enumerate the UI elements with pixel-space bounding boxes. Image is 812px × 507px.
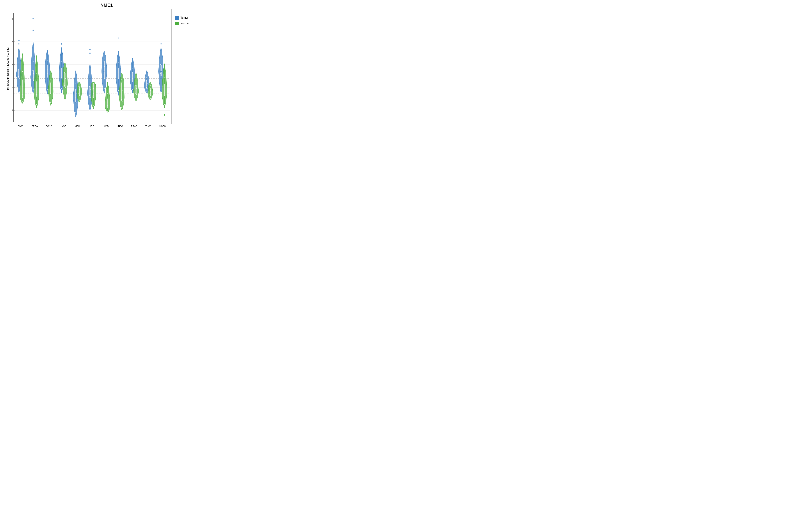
x-label-prad: PRAD <box>127 125 141 127</box>
svg-rect-276 <box>147 70 148 71</box>
svg-rect-228 <box>121 110 122 111</box>
svg-rect-155 <box>89 87 91 98</box>
x-label-hnsc: HNSC <box>56 125 70 127</box>
svg-rect-248 <box>132 68 133 68</box>
svg-rect-17 <box>18 69 19 78</box>
svg-rect-231 <box>121 99 122 100</box>
svg-rect-195 <box>104 58 105 58</box>
svg-rect-230 <box>122 101 122 102</box>
svg-rect-222 <box>118 62 119 63</box>
svg-rect-193 <box>104 66 105 67</box>
svg-text:12: 12 <box>12 63 13 66</box>
svg-rect-140 <box>75 83 76 84</box>
svg-rect-124 <box>65 83 65 84</box>
svg-rect-146 <box>79 102 79 103</box>
svg-rect-99 <box>50 82 51 83</box>
svg-rect-161 <box>89 110 90 111</box>
svg-rect-241 <box>132 93 133 94</box>
svg-rect-180 <box>93 88 94 89</box>
svg-rect-194 <box>104 61 104 61</box>
svg-rect-137 <box>75 98 76 98</box>
svg-rect-97 <box>50 92 51 93</box>
svg-text:16: 16 <box>12 17 13 20</box>
svg-rect-221 <box>118 68 118 68</box>
svg-rect-123 <box>64 86 65 86</box>
svg-rect-176 <box>93 105 94 106</box>
svg-rect-25 <box>19 78 19 78</box>
svg-rect-98 <box>51 87 51 88</box>
svg-text:14: 14 <box>12 40 13 43</box>
svg-rect-255 <box>136 99 136 100</box>
svg-rect-73 <box>36 73 37 74</box>
svg-rect-235 <box>121 79 122 80</box>
svg-rect-184 <box>104 61 105 78</box>
svg-rect-288 <box>150 86 151 86</box>
chart-area: 810121416 BLCABRCACOADHNSCKICHKIRCLUADLU… <box>12 9 172 127</box>
main-svg: 810121416 <box>12 9 171 124</box>
svg-rect-54 <box>33 80 34 81</box>
svg-rect-284 <box>150 94 150 95</box>
legend: Tumor Normal <box>172 9 199 127</box>
svg-rect-229 <box>121 107 122 108</box>
svg-rect-147 <box>79 100 80 101</box>
svg-rect-169 <box>90 63 91 64</box>
svg-rect-24 <box>18 89 19 89</box>
svg-rect-262 <box>136 72 137 73</box>
svg-rect-249 <box>133 57 133 58</box>
chart-title: NME1 <box>100 3 113 8</box>
svg-rect-188 <box>104 93 104 94</box>
svg-rect-108 <box>61 89 62 89</box>
svg-rect-309 <box>164 108 164 109</box>
svg-rect-148 <box>79 95 80 96</box>
svg-rect-206 <box>108 102 108 103</box>
svg-rect-96 <box>50 93 51 94</box>
svg-rect-297 <box>161 76 162 76</box>
svg-point-50 <box>33 30 34 31</box>
svg-rect-66 <box>36 108 37 109</box>
svg-rect-42 <box>22 87 23 87</box>
x-label-coad: COAD <box>42 125 56 127</box>
svg-rect-38 <box>22 101 23 102</box>
svg-rect-233 <box>122 90 122 91</box>
svg-rect-149 <box>79 94 79 94</box>
svg-rect-204 <box>107 107 108 107</box>
svg-point-65 <box>36 112 37 113</box>
svg-rect-296 <box>161 88 161 89</box>
svg-rect-84 <box>47 73 48 74</box>
svg-rect-289 <box>150 81 151 82</box>
svg-rect-244 <box>132 80 133 80</box>
svg-rect-44 <box>22 71 23 72</box>
svg-rect-37 <box>22 103 22 104</box>
legend-box-normal <box>175 22 179 25</box>
svg-rect-217 <box>118 78 119 78</box>
svg-rect-234 <box>121 82 122 83</box>
svg-rect-302 <box>161 59 161 60</box>
svg-rect-129 <box>75 90 77 102</box>
svg-rect-154 <box>79 81 80 82</box>
svg-rect-163 <box>90 98 91 98</box>
svg-rect-83 <box>47 75 47 76</box>
svg-rect-153 <box>79 85 80 86</box>
svg-rect-89 <box>50 83 51 95</box>
svg-point-159 <box>90 53 91 54</box>
legend-label-normal: Normal <box>181 22 189 25</box>
svg-rect-201 <box>107 112 108 113</box>
svg-rect-52 <box>33 93 33 94</box>
svg-rect-175 <box>93 109 93 110</box>
svg-rect-178 <box>93 95 93 96</box>
svg-rect-127 <box>65 69 65 70</box>
svg-rect-182 <box>93 83 94 83</box>
svg-rect-110 <box>61 77 62 77</box>
svg-rect-150 <box>79 92 80 93</box>
svg-rect-121 <box>65 96 65 97</box>
svg-rect-165 <box>90 93 90 94</box>
svg-rect-209 <box>108 81 108 82</box>
svg-rect-135 <box>76 102 77 103</box>
svg-rect-317 <box>164 63 165 64</box>
legend-item-tumor: Tumor <box>175 16 199 19</box>
svg-rect-203 <box>108 108 108 109</box>
svg-rect-85 <box>47 69 48 69</box>
svg-rect-303 <box>161 47 162 48</box>
svg-rect-257 <box>135 93 136 94</box>
svg-rect-152 <box>79 86 79 87</box>
